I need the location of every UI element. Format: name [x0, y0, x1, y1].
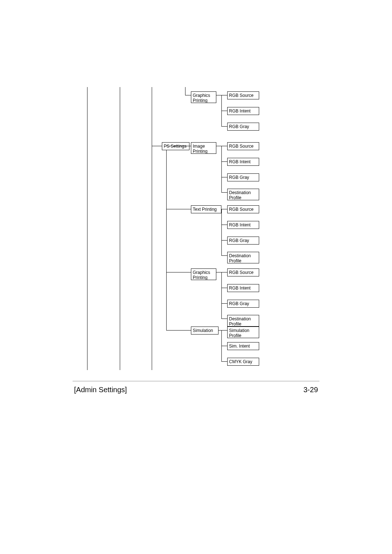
leaf-rgb-source: RGB Source — [227, 205, 259, 213]
leaf-rgb-source: RGB Source — [227, 91, 259, 99]
node-text-printing: Text Printing — [191, 205, 221, 213]
leaf-rgb-intent: RGB Intent — [227, 107, 259, 115]
leaf-rgb-intent: RGB Intent — [227, 158, 259, 166]
node-image-printing: ImagePrinting — [191, 142, 216, 154]
node-ps-settings: PS Settings — [162, 142, 189, 150]
leaf-destination-profile: DestinationProfile — [227, 315, 259, 327]
footer-right: 3-29 — [303, 386, 318, 394]
node-simulation: Simulation — [191, 327, 219, 335]
leaf-rgb-source: RGB Source — [227, 142, 259, 150]
leaf-destination-profile: DestinationProfile — [227, 189, 259, 200]
leaf-sim-intent: Sim. Intent — [227, 342, 259, 350]
leaf-destination-profile: DestinationProfile — [227, 252, 259, 263]
page-footer: [Admin Settings] 3-29 — [73, 381, 319, 394]
node-graphics-printing: GraphicsPrinting — [191, 268, 216, 280]
leaf-rgb-gray: RGB Gray — [227, 300, 259, 308]
tree-diagram: PS Settings GraphicsPrinting RGB Source … — [73, 87, 319, 374]
leaf-rgb-gray: RGB Gray — [227, 173, 259, 181]
footer-left: [Admin Settings] — [74, 386, 127, 394]
leaf-rgb-gray: RGB Gray — [227, 237, 259, 245]
leaf-cmyk-gray: CMYK Gray — [227, 358, 259, 366]
leaf-rgb-source: RGB Source — [227, 268, 259, 276]
leaf-simulation-profile: SimulationProfile — [227, 327, 259, 338]
leaf-rgb-intent: RGB Intent — [227, 284, 259, 292]
leaf-rgb-gray: RGB Gray — [227, 123, 259, 131]
leaf-rgb-intent: RGB Intent — [227, 221, 259, 229]
node-graphics-printing-top: GraphicsPrinting — [191, 91, 216, 103]
